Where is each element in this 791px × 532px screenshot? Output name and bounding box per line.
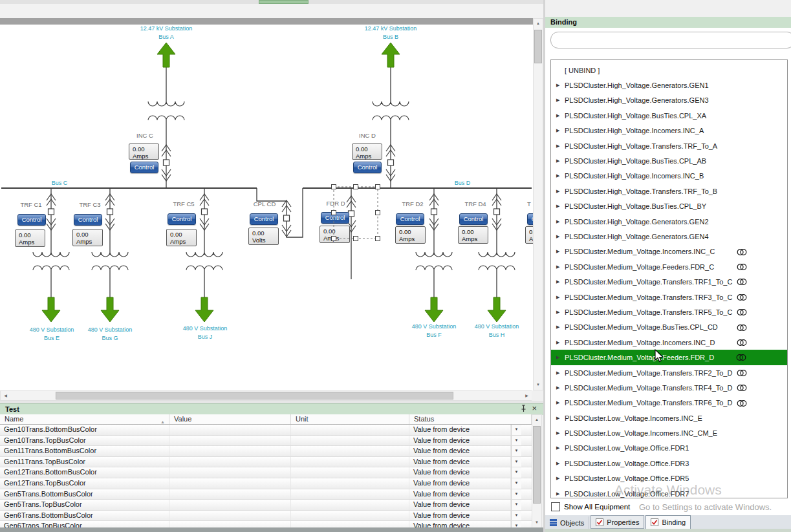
expander-icon[interactable]: ▶ <box>556 234 565 239</box>
expander-icon[interactable]: ▶ <box>556 416 565 421</box>
table-row[interactable]: Gen12Trans.BottomBusColorValue from devi… <box>0 467 532 478</box>
show-all-equipment-row[interactable]: Show All Equipment <box>551 501 630 513</box>
table-row[interactable]: Gen6Trans.BottomBusColorValue from devic… <box>0 511 532 522</box>
binding-item[interactable]: ▶PLSDCluster.Medium_Voltage.Feeders.FDR_… <box>551 259 787 274</box>
expander-icon[interactable]: ▶ <box>556 431 565 436</box>
breaker-icon[interactable] <box>388 160 394 165</box>
tab-objects[interactable]: Objects <box>545 516 589 529</box>
expander-icon[interactable]: ▶ <box>556 83 565 88</box>
control-button-trf_c5[interactable]: Control <box>168 213 196 225</box>
bound-eye-icon[interactable] <box>736 354 746 363</box>
table-row[interactable]: Gen5Trans.TopBusColorValue from device▼ <box>0 500 532 511</box>
status-dropdown-button[interactable]: ▼ <box>511 500 521 510</box>
close-icon[interactable]: × <box>532 405 537 412</box>
expander-icon[interactable]: ▶ <box>556 370 565 376</box>
binding-item[interactable]: [ UNBIND ] <box>551 63 787 78</box>
scroll-right-icon[interactable]: ▶ <box>522 391 532 400</box>
expander-icon[interactable]: ▶ <box>556 385 565 390</box>
control-button-trf_c1[interactable]: Control <box>17 214 46 226</box>
control-button-trf_d2[interactable]: Control <box>396 213 424 225</box>
expander-icon[interactable]: ▶ <box>556 128 565 133</box>
bound-eye-icon[interactable] <box>737 263 747 272</box>
control-button-cpl_cd[interactable]: Control <box>250 213 278 225</box>
expander-icon[interactable]: ▶ <box>556 113 565 118</box>
binding-item[interactable]: ▶PLSDCluster.High_Voltage.Transfers.TRF_… <box>551 138 787 153</box>
status-dropdown-button[interactable]: ▼ <box>511 511 521 521</box>
binding-item[interactable]: ▶PLSDCluster.High_Voltage.BusTies.CPL_BY <box>551 199 787 214</box>
control-button-trf_d4[interactable]: Control <box>459 213 488 225</box>
binding-item[interactable]: ▶PLSDCluster.High_Voltage.Generators.GEN… <box>551 78 787 92</box>
expander-icon[interactable]: ▶ <box>556 325 565 330</box>
binding-item[interactable]: ▶PLSDCluster.Low_Voltage.Office.FDR3 <box>551 456 787 471</box>
binding-item[interactable]: ▶PLSDCluster.Low_Voltage.Incomers.INC_CM… <box>551 425 787 440</box>
breaker-icon[interactable] <box>431 209 437 215</box>
status-dropdown-button[interactable]: ▼ <box>511 457 521 467</box>
binding-item[interactable]: ▶PLSDCluster.Medium_Voltage.Transfers.TR… <box>551 274 787 289</box>
bound-eye-icon[interactable] <box>737 278 747 287</box>
column-header-name[interactable]: Name▲ <box>0 414 169 424</box>
expander-icon[interactable]: ▶ <box>556 400 565 405</box>
expander-icon[interactable]: ▶ <box>556 189 565 194</box>
binding-item[interactable]: ▶PLSDCluster.High_Voltage.Incomers.INC_A <box>551 123 787 138</box>
pin-icon[interactable] <box>521 405 526 412</box>
canvas-hscroll-thumb[interactable] <box>56 392 453 399</box>
expander-icon[interactable]: ▶ <box>556 295 565 300</box>
expander-icon[interactable]: ▶ <box>556 204 565 209</box>
expander-icon[interactable]: ▶ <box>556 445 565 451</box>
binding-search-input[interactable] <box>550 32 791 48</box>
breaker-icon[interactable] <box>164 160 169 165</box>
diagram-canvas[interactable]: 12.47 kV Substation Bus A 12.47 kV Subst… <box>0 25 533 390</box>
binding-item[interactable]: ▶PLSDCluster.High_Voltage.Generators.GEN… <box>551 93 787 108</box>
status-dropdown-button[interactable]: ▼ <box>511 478 521 489</box>
test-table-header[interactable]: Name▲ Value Unit Status <box>0 414 532 425</box>
test-vscrollbar[interactable]: ▲ ▼ <box>532 414 542 527</box>
status-dropdown-button[interactable]: ▼ <box>511 436 521 446</box>
breaker-icon[interactable] <box>107 209 113 215</box>
expander-icon[interactable]: ▶ <box>556 173 565 178</box>
expander-icon[interactable]: ▶ <box>556 340 565 345</box>
status-dropdown-button[interactable]: ▼ <box>511 521 521 527</box>
tab-binding[interactable]: Binding <box>645 515 691 529</box>
control-button-trf_d6[interactable]: Control <box>527 213 533 225</box>
expander-icon[interactable]: ▶ <box>556 98 565 103</box>
canvas-vscrollbar[interactable]: ▲ ▼ <box>533 18 543 390</box>
scroll-down-icon[interactable]: ▼ <box>534 380 543 390</box>
column-header-status[interactable]: Status <box>409 414 532 424</box>
show-all-equipment-checkbox[interactable] <box>551 502 560 511</box>
canvas-vscroll-thumb[interactable] <box>534 30 542 63</box>
expander-icon[interactable]: ▶ <box>556 491 565 496</box>
expander-icon[interactable]: ▶ <box>556 264 565 270</box>
table-row[interactable]: Gen6Trans.TopBusColorValue from device▼ <box>0 521 532 527</box>
status-dropdown-button[interactable]: ▼ <box>511 425 521 435</box>
binding-item[interactable]: ▶PLSDCluster.Medium_Voltage.Incomers.INC… <box>551 244 787 259</box>
breaker-icon[interactable] <box>284 215 290 221</box>
table-row[interactable]: Gen10Trans.TopBusColorValue from device▼ <box>0 436 532 447</box>
bound-eye-icon[interactable] <box>737 308 747 317</box>
expander-icon[interactable]: ▶ <box>556 310 565 315</box>
expander-icon[interactable]: ▶ <box>556 219 565 224</box>
bound-eye-icon[interactable] <box>737 324 747 333</box>
binding-item[interactable]: ▶PLSDCluster.Medium_Voltage.Transfers.TR… <box>551 365 787 380</box>
breaker-icon[interactable] <box>494 209 500 215</box>
binding-item[interactable]: ▶PLSDCluster.Medium_Voltage.Transfers.TR… <box>551 396 787 410</box>
test-vscroll-thumb[interactable] <box>533 426 541 504</box>
canvas-hscrollbar[interactable]: ◀ ▶ <box>0 390 532 401</box>
expander-icon[interactable]: ▶ <box>556 249 565 254</box>
status-dropdown-button[interactable]: ▼ <box>511 467 521 478</box>
table-row[interactable]: Gen12Trans.TopBusColorValue from device▼ <box>0 478 532 489</box>
column-header-unit[interactable]: Unit <box>291 414 409 424</box>
column-header-value[interactable]: Value <box>169 414 291 424</box>
expander-icon[interactable]: ▶ <box>556 355 565 360</box>
binding-item[interactable]: ▶PLSDCluster.Medium_Voltage.Transfers.TR… <box>551 290 787 304</box>
binding-item[interactable]: ▶PLSDCluster.High_Voltage.Generators.GEN… <box>551 229 787 244</box>
binding-item[interactable]: ▶PLSDCluster.Low_Voltage.Incomers.INC_E <box>551 410 787 425</box>
expander-icon[interactable]: ▶ <box>556 476 565 481</box>
binding-item[interactable]: ▶PLSDCluster.Medium_Voltage.BusTies.CPL_… <box>551 320 787 335</box>
table-row[interactable]: Gen10Trans.BottomBusColorValue from devi… <box>0 425 532 436</box>
test-scroll-down-icon[interactable]: ▼ <box>532 518 541 527</box>
binding-item[interactable]: ▶PLSDCluster.Low_Voltage.Office.FDR1 <box>551 441 787 456</box>
binding-item[interactable]: ▶PLSDCluster.High_Voltage.Transfers.TRF_… <box>551 184 787 198</box>
expander-icon[interactable]: ▶ <box>556 158 565 164</box>
bound-eye-icon[interactable] <box>737 399 747 409</box>
bound-eye-icon[interactable] <box>737 293 747 303</box>
